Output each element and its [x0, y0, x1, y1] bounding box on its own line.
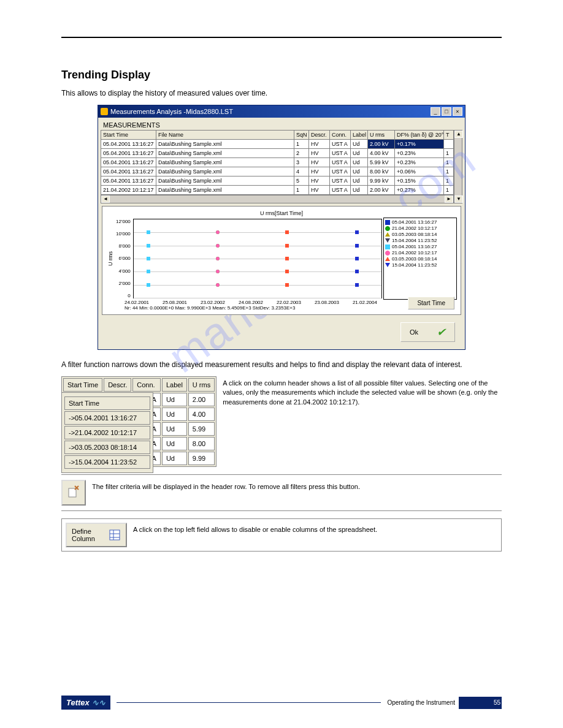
ok-label: Ok: [410, 328, 418, 336]
column-header[interactable]: Start Time: [63, 378, 102, 392]
chart-stats: Nr: 44 Min: 0.0000E+0 Max: 9.9900E+3 Mea…: [124, 305, 457, 311]
dropdown-item[interactable]: ->03.05.2003 08:18:14: [64, 441, 150, 454]
y-axis-label: U rms: [106, 251, 115, 266]
dropdown-item[interactable]: Start Time: [64, 396, 150, 410]
dropdown-item[interactable]: ->15.04.2004 11:23:52: [64, 455, 150, 469]
brand-logo: Tettex∿∿: [61, 696, 110, 710]
scroll-right-icon[interactable]: ►: [445, 195, 453, 203]
filter-grid-desc: A click on the column header shows a lis…: [223, 376, 502, 407]
x-ticks: 24.02.200125.08.200123.02.200224.08.2002…: [124, 300, 457, 305]
column-header[interactable]: SqN: [294, 131, 309, 140]
column-header[interactable]: Label: [351, 131, 368, 140]
chart-plot[interactable]: [133, 219, 382, 298]
chart-panel: U rms[Start Time] U rms 12'00010'0008'00…: [102, 206, 461, 315]
section-title: Trending Display: [61, 69, 502, 82]
scrollbar-horizontal[interactable]: ◄ ►: [101, 195, 454, 203]
titlebar[interactable]: Measurements Analysis -Midas2880.LST _ □…: [98, 105, 465, 118]
column-header[interactable]: Conn.: [330, 131, 351, 140]
header-rule: [61, 37, 502, 38]
footer-section: Operating the Instrument: [387, 699, 455, 706]
column-header[interactable]: DF% (tan δ) @ 20°C: [395, 131, 444, 140]
column-header[interactable]: Conn.: [132, 378, 161, 392]
page-number: 55: [494, 699, 500, 706]
column-header[interactable]: Label: [162, 378, 187, 392]
define-column-desc: A click on the top left field allows to …: [133, 523, 497, 534]
table-row[interactable]: 05.04.2001 13:16:27Data\Bushing Sample.x…: [101, 149, 454, 158]
column-header[interactable]: T: [444, 131, 454, 140]
table-row[interactable]: 05.04.2001 13:16:27Data\Bushing Sample.x…: [101, 167, 454, 176]
table-row[interactable]: 05.04.2001 13:16:27Data\Bushing Sample.x…: [101, 176, 454, 186]
ok-button[interactable]: Ok ✔: [400, 322, 455, 342]
chart-legend: 05.04.2001 13:16:2721.04.2002 10:12:1703…: [383, 218, 457, 300]
filter-paragraph: A filter function narrows down the displ…: [61, 359, 502, 370]
define-column-label: Define Column: [72, 528, 102, 542]
start-time-button[interactable]: Start Time: [408, 297, 454, 309]
maximize-button[interactable]: □: [442, 107, 451, 116]
measurements-label: MEASUREMENTS: [101, 120, 462, 130]
scroll-down-icon[interactable]: ▼: [454, 195, 463, 203]
table-row[interactable]: 05.04.2001 13:16:27Data\Bushing Sample.x…: [101, 158, 454, 167]
define-column-icon: [109, 529, 121, 541]
column-header[interactable]: Descr.: [104, 378, 131, 392]
column-header[interactable]: U rms: [188, 378, 215, 392]
clear-filter-icon: [66, 485, 81, 499]
column-header[interactable]: Start Time: [101, 131, 156, 140]
column-header[interactable]: File Name: [156, 131, 294, 140]
analysis-window: Measurements Analysis -Midas2880.LST _ □…: [98, 105, 465, 350]
scrollbar-vertical[interactable]: ▲ ▼: [454, 130, 462, 203]
minimize-button[interactable]: _: [431, 107, 440, 116]
wave-icon: ∿∿: [92, 698, 105, 707]
measurements-grid[interactable]: Start TimeFile NameSqNDescr.Conn.LabelU …: [101, 130, 454, 195]
scroll-left-icon[interactable]: ◄: [101, 195, 110, 203]
y-ticks: 12'00010'0008'0006'0004'0002'0000: [115, 218, 132, 300]
page-footer: Tettex∿∿ Operating the Instrument 55: [61, 696, 502, 710]
check-icon: ✔: [437, 325, 446, 339]
svg-rect-1: [110, 530, 120, 540]
scroll-up-icon[interactable]: ▲: [454, 131, 463, 138]
column-header[interactable]: Descr.: [309, 131, 330, 140]
clear-filter-desc: The filter criteria will be displayed in…: [92, 480, 502, 491]
brand-text: Tettex: [66, 698, 90, 707]
close-button[interactable]: ×: [453, 107, 462, 116]
dropdown-item[interactable]: ->05.04.2001 13:16:27: [64, 411, 150, 425]
define-column-button[interactable]: Define Column: [66, 523, 127, 547]
filter-dropdown[interactable]: Start Time->05.04.2001 13:16:27->21.04.2…: [61, 392, 153, 473]
app-icon: [101, 108, 108, 115]
intro-text: This allows to display the history of me…: [61, 88, 502, 99]
clear-filter-button[interactable]: [61, 480, 86, 506]
table-row[interactable]: 21.04.2002 10:12:17Data\Bushing Sample.x…: [101, 186, 454, 195]
window-title: Measurements Analysis -Midas2880.LST: [110, 108, 431, 115]
dropdown-item[interactable]: ->21.04.2002 10:12:17: [64, 426, 150, 439]
chart-title: U rms[Start Time]: [106, 210, 457, 216]
column-header[interactable]: U rms: [368, 131, 395, 140]
table-row[interactable]: 05.04.2001 13:16:27Data\Bushing Sample.x…: [101, 140, 454, 149]
